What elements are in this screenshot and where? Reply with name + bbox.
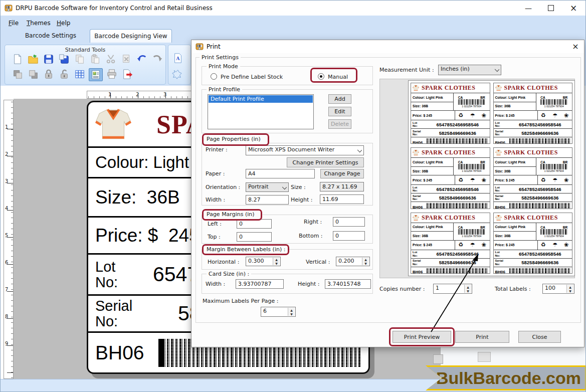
drawing-tools-group: A <box>168 45 191 85</box>
card-width-label: Width : <box>206 281 225 287</box>
mini-serial-row: SerialNo: 58258496669636 <box>411 128 490 137</box>
change-page-button[interactable]: Change Page <box>320 169 364 178</box>
menu-themes[interactable]: Themes <box>25 19 53 28</box>
tshirt-icon <box>413 85 419 91</box>
vertical-spinner[interactable]: 0.200▲▼ <box>336 257 370 266</box>
print-preview-button[interactable]: Print Preview <box>393 331 451 343</box>
mini-lot-row: LotNo: 6547852456958546 <box>411 120 490 128</box>
shape-tool-icon[interactable] <box>170 68 183 80</box>
right-input[interactable]: 0 <box>333 217 365 227</box>
lock-icon[interactable] <box>42 68 55 80</box>
spinner-arrows-icon[interactable]: ▲▼ <box>464 285 471 293</box>
height-input[interactable]: 11.69 <box>320 194 364 204</box>
measurement-unit-combo[interactable]: Inches (in) <box>438 65 501 75</box>
redo-icon[interactable] <box>151 53 164 65</box>
lot-label: LotNo: <box>95 259 148 290</box>
mini-upc-cell: CABR 1 021254 787904 <box>454 158 490 175</box>
maximize-button[interactable] <box>543 4 558 13</box>
preview-page: SPARK CLOTHES Colour: Light Pink Size: 3… <box>408 80 575 276</box>
unlock-icon[interactable] <box>58 68 71 80</box>
spinner-arrows-icon[interactable]: ▲▼ <box>273 258 280 265</box>
grid-icon[interactable] <box>73 68 86 80</box>
mini-upc-cell: CABR 1 021254 787904 <box>536 93 572 110</box>
menu-help[interactable]: Help <box>55 19 72 28</box>
printer-label: Printer : <box>206 146 228 153</box>
cut-icon[interactable] <box>104 53 117 65</box>
spinner-arrows-icon[interactable]: ▲▼ <box>566 285 573 293</box>
edit-button[interactable]: Edit <box>328 107 351 116</box>
v-ruler-number: 4 <box>5 206 8 211</box>
paper-input[interactable]: A4 <box>246 169 315 178</box>
umbrella-icon: ☂ <box>470 112 475 119</box>
mini-brand-text: SPARK CLOTHES <box>422 214 475 222</box>
change-printer-settings-button[interactable]: Change Printer Settings <box>287 157 364 167</box>
tshirt-icon <box>495 149 502 156</box>
undo-icon[interactable] <box>135 53 148 65</box>
paste-icon[interactable] <box>89 53 102 65</box>
new-document-icon[interactable] <box>11 53 24 65</box>
mini-barcode-row: BH06 <box>494 137 572 144</box>
mini-brand-text: SPARK CLOTHES <box>504 149 558 156</box>
predefine-radio-label[interactable]: Pre Define Label Stock <box>221 74 283 80</box>
total-labels-spinner[interactable]: 100▲▼ <box>542 284 574 294</box>
print-icon[interactable] <box>105 68 118 80</box>
horizontal-spinner[interactable]: 0.300▲▼ <box>246 257 281 266</box>
v-ruler-number: 8 <box>5 314 8 319</box>
copies-spinner[interactable]: 1▲▼ <box>433 284 472 294</box>
delete-button[interactable]: Delete <box>328 119 351 129</box>
print-profile-listbox[interactable]: Default Print Profile <box>208 94 314 129</box>
text-tool-icon[interactable]: A <box>171 52 184 64</box>
export-icon[interactable] <box>121 68 134 80</box>
canvas-scroll-button[interactable] <box>433 354 443 364</box>
print-dialog: Print × Print Settings Print Mode Pre De… <box>191 40 584 347</box>
dialog-close-button[interactable]: × <box>568 41 582 52</box>
umbrella-icon: ☂ <box>552 177 557 183</box>
v-ruler-number: 6 <box>5 260 8 265</box>
mini-bh-barcode <box>427 138 488 144</box>
card-height-input[interactable]: 3.74015748 <box>325 279 371 289</box>
mini-lot-row: LotNo: 6547852456958546 <box>494 120 572 128</box>
care-icons: ♻☂❀ <box>455 175 490 184</box>
printer-combo[interactable]: Microsoft XPS Document Writer <box>246 145 364 155</box>
tab-barcode-designing-view[interactable]: Barcode Designing View <box>90 29 172 43</box>
orientation-combo[interactable]: Portrait <box>246 182 289 192</box>
spinner-arrows-icon[interactable]: ▲▼ <box>288 308 295 316</box>
mini-price-cell: Price: $ 245 <box>411 111 455 120</box>
manual-radio[interactable] <box>318 73 324 80</box>
width-input[interactable]: 8.27 <box>246 195 289 205</box>
max-labels-spinner[interactable]: 6▲▼ <box>261 307 296 317</box>
panel-scroll-thumb[interactable] <box>478 352 491 362</box>
save-as-icon[interactable] <box>58 53 71 65</box>
predefine-radio[interactable] <box>211 73 217 80</box>
image-preview-icon[interactable] <box>89 68 103 81</box>
v-ruler-number: 3 <box>5 178 8 184</box>
delete-icon[interactable] <box>120 53 133 65</box>
send-to-back-icon[interactable] <box>27 68 40 80</box>
vertical-label: Vertical : <box>306 259 330 265</box>
save-icon[interactable] <box>42 53 55 65</box>
minimize-button[interactable]: — <box>521 4 536 13</box>
umbrella-icon: ☂ <box>552 112 557 119</box>
add-button[interactable]: Add <box>328 94 351 104</box>
bring-to-front-icon[interactable] <box>11 68 24 80</box>
manual-radio-label[interactable]: Manual <box>328 74 348 80</box>
mini-serial-row: SerialNo: 58258496669636 <box>411 193 490 202</box>
menu-file[interactable]: File <box>7 19 21 28</box>
left-input[interactable]: 0 <box>237 219 272 229</box>
close-dialog-button[interactable]: Close <box>518 331 561 343</box>
mini-barcode-row: BH06 <box>411 137 490 144</box>
top-input[interactable]: 0 <box>237 232 272 242</box>
close-button[interactable]: × <box>566 4 581 13</box>
upc-caption: 1 021254 787904 <box>544 235 564 238</box>
open-folder-icon[interactable] <box>27 53 40 65</box>
print-profile-selected-item[interactable]: Default Print Profile <box>209 95 313 103</box>
card-width-input[interactable]: 3.93700787 <box>236 279 284 289</box>
bottom-input[interactable]: 0 <box>333 231 365 241</box>
upc-barcode <box>458 229 485 235</box>
mini-price-cell: Price: $ 245 <box>494 241 538 250</box>
copy-icon[interactable] <box>73 53 86 65</box>
print-button[interactable]: Print <box>455 331 509 343</box>
tab-barcode-settings[interactable]: Barcode Settings <box>21 32 81 39</box>
print-profile-label: Print Profile <box>207 86 242 93</box>
spinner-arrows-icon[interactable]: ▲▼ <box>362 258 369 265</box>
